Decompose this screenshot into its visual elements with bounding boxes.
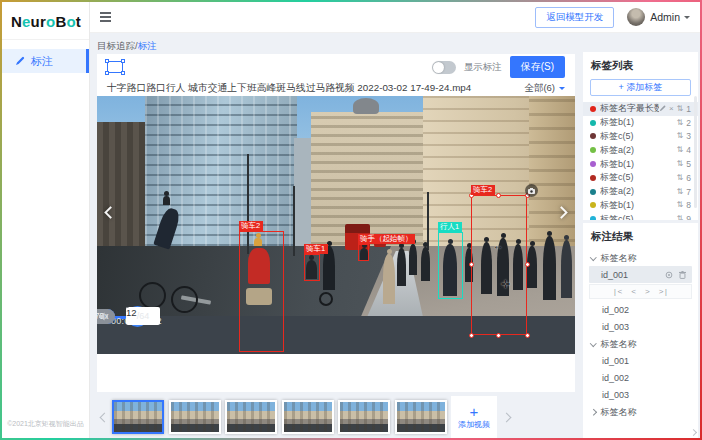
video-canvas[interactable]: 骑车2 骑车1 骑手（起始帧） 行人1 骑车2 ↔ ✛ <box>97 96 575 354</box>
bbox-rider1[interactable]: 骑车1 <box>304 254 320 281</box>
lamp-post <box>427 192 429 250</box>
reorder-icon[interactable]: ⇅ <box>677 215 684 220</box>
resize-handle[interactable] <box>469 262 474 267</box>
label-name: 标签a(2) <box>600 144 677 157</box>
label-row[interactable]: 标签b(1)⇅5 <box>583 157 698 171</box>
trash-icon[interactable] <box>679 271 686 279</box>
label-row[interactable]: 标签c(5)⇅3 <box>583 130 698 144</box>
result-id: id_003 <box>602 390 629 400</box>
group-name: 标签名称 <box>601 406 637 419</box>
resize-cursor-icon: ↔ <box>493 240 503 251</box>
video-thumbnail[interactable] <box>169 400 221 434</box>
sidebar: NeuroBot 标注 ©2021北京矩视智能出品 <box>2 2 90 438</box>
label-row[interactable]: 标签c(5)⇅9 <box>583 212 698 220</box>
result-id: id_002 <box>602 305 629 315</box>
reorder-icon[interactable]: ⇅ <box>677 174 684 182</box>
bbox-label: 骑车2 <box>471 185 495 195</box>
result-item[interactable]: id_003 <box>583 318 698 335</box>
annotation-toolbar: 显示标注 保存(S) <box>97 54 575 80</box>
video-thumbnail[interactable] <box>282 400 334 434</box>
group-name: 标签名称 <box>601 252 637 265</box>
result-item[interactable]: id_001 <box>583 352 698 369</box>
strip-next-icon[interactable] <box>502 412 512 422</box>
label-row[interactable]: 标签a(2)⇅4 <box>583 143 698 157</box>
resize-handle[interactable] <box>469 333 474 338</box>
reorder-icon[interactable]: ⇅ <box>677 132 684 140</box>
show-annotation-label: 显示标注 <box>464 61 502 74</box>
add-video-label: 添加视频 <box>458 419 490 430</box>
result-group-header[interactable]: 标签名称 <box>583 336 698 352</box>
pedestrian-silhouette <box>383 254 395 304</box>
sidebar-item-annotate[interactable]: 标注 <box>2 49 89 73</box>
reorder-icon[interactable]: ⇅ <box>677 201 684 209</box>
bbox-rider2-selected[interactable]: 骑车2 <box>471 195 527 335</box>
scrollbar[interactable] <box>694 96 697 208</box>
show-annotation-toggle[interactable] <box>432 61 456 74</box>
result-item[interactable]: id_002 <box>583 369 698 386</box>
label-row[interactable]: 标签名字最长数... × ⇅ 1 <box>583 102 698 116</box>
label-row[interactable]: 标签a(2)⇅7 <box>583 185 698 199</box>
add-label-button[interactable]: + 添加标签 <box>590 79 691 96</box>
resize-handle[interactable] <box>496 333 501 338</box>
bike-wheel <box>139 282 166 309</box>
label-order: 4 <box>686 145 691 155</box>
label-color-dot <box>590 133 596 139</box>
rect-select-tool-icon[interactable] <box>107 61 123 73</box>
logo-letter: o <box>46 13 55 30</box>
resize-handle[interactable] <box>525 262 530 267</box>
result-item[interactable]: id_003 <box>583 386 698 403</box>
visibility-icon[interactable] <box>665 271 673 279</box>
first-frame-icon[interactable]: |< <box>613 287 623 296</box>
bbox-rider-startframe[interactable]: 骑手（起始帧） <box>358 244 369 261</box>
bike-wheel <box>319 292 333 306</box>
menu-collapse-icon[interactable] <box>100 12 111 22</box>
label-color-dot <box>590 216 596 220</box>
result-item-selected[interactable]: id_001 <box>589 266 692 283</box>
back-to-model-dev-button[interactable]: 返回模型开发 <box>535 7 614 28</box>
logo-letter: B <box>55 13 66 30</box>
reorder-icon[interactable]: ⇅ <box>677 119 684 127</box>
chevron-down-icon <box>590 340 596 346</box>
logo-letter: ur <box>31 13 46 30</box>
resize-handle[interactable] <box>525 333 530 338</box>
video-title-row: 十字路口路口行人 城市交通上下班高峰斑马线过马路视频 2022-03-02 17… <box>97 80 575 96</box>
lamp-post <box>293 186 295 256</box>
edit-label-icon[interactable] <box>659 105 666 112</box>
panel-expand-icon[interactable] <box>690 429 697 436</box>
add-video-button[interactable]: + 添加视频 <box>451 396 497 438</box>
video-thumbnail[interactable] <box>338 400 390 434</box>
reorder-icon[interactable]: ⇅ <box>677 105 684 113</box>
result-group-header[interactable]: 标签名称 <box>583 250 698 266</box>
video-thumbnail[interactable] <box>225 400 277 434</box>
pedestrian-silhouette <box>543 236 556 300</box>
result-item[interactable]: id_002 <box>583 301 698 318</box>
delete-label-icon[interactable]: × <box>669 105 674 113</box>
chevron-down-icon <box>559 87 565 93</box>
video-thumbnail[interactable] <box>395 400 447 434</box>
label-row[interactable]: 标签b(1)⇅2 <box>583 116 698 130</box>
sidebar-item-label: 标注 <box>31 54 53 69</box>
video-thumbnail[interactable] <box>112 400 164 434</box>
logo-letter: N <box>11 13 22 30</box>
label-row[interactable]: 标签b(1)⇅8 <box>583 199 698 213</box>
result-group-header-collapsed[interactable]: 标签名称 <box>583 404 698 420</box>
avatar[interactable] <box>627 8 645 26</box>
prev-frame-nav-icon[interactable]: < <box>631 287 636 296</box>
bbox-rider2[interactable]: 骑车2 <box>239 231 284 352</box>
save-button[interactable]: 保存(S) <box>510 56 565 78</box>
reorder-icon[interactable]: ⇅ <box>677 188 684 196</box>
logo-letter: o <box>66 13 75 30</box>
reorder-icon[interactable]: ⇅ <box>677 160 684 168</box>
breadcrumb-parent[interactable]: 目标追踪 <box>97 40 135 51</box>
filter-dropdown[interactable]: 全部(6) <box>524 82 565 95</box>
strip-prev-icon[interactable] <box>100 412 110 422</box>
resize-handle[interactable] <box>496 193 501 198</box>
bbox-pedestrian1[interactable]: 行人1 <box>438 232 463 299</box>
user-name[interactable]: Admin <box>650 11 680 23</box>
thumbnail-strip: + 添加视频 <box>97 396 575 438</box>
last-frame-icon[interactable]: >| <box>659 287 669 296</box>
next-frame-nav-icon[interactable]: > <box>645 287 650 296</box>
label-list-panel: 标签列表 + 添加标签 标签名字最长数... × ⇅ 1 标签b(1)⇅2 标签… <box>583 52 698 220</box>
label-row[interactable]: 标签c(5)⇅6 <box>583 171 698 185</box>
reorder-icon[interactable]: ⇅ <box>677 146 684 154</box>
